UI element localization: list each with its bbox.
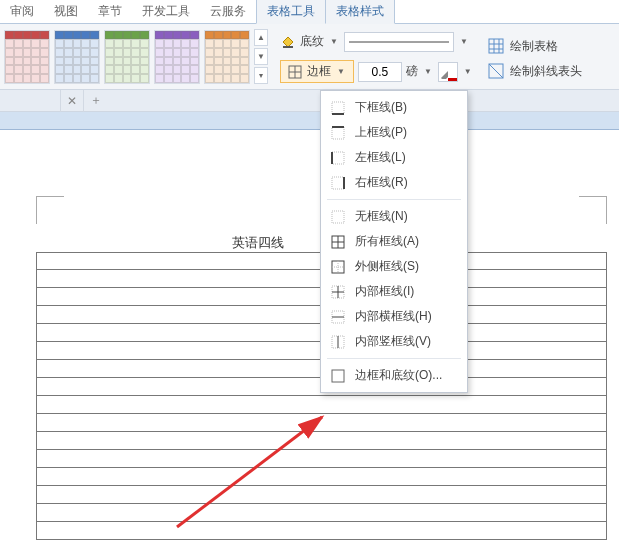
table-row[interactable] bbox=[36, 504, 607, 522]
pen-color-swatch bbox=[448, 78, 457, 81]
draw-table-icon bbox=[488, 38, 504, 54]
gallery-scroll-down[interactable]: ▼ bbox=[254, 48, 268, 65]
svg-rect-15 bbox=[332, 127, 344, 139]
line-weight-dropdown[interactable]: ▼ bbox=[422, 67, 434, 76]
style-swatch-purple[interactable] bbox=[154, 30, 200, 84]
tab-cloud[interactable]: 云服务 bbox=[200, 0, 256, 23]
draw-table-button[interactable]: 绘制表格 bbox=[488, 38, 582, 55]
menu-separator bbox=[327, 199, 461, 200]
line-style-dropdown[interactable]: ▼ bbox=[458, 37, 470, 46]
table-row[interactable] bbox=[36, 522, 607, 540]
border-top-item[interactable]: 上框线(P) bbox=[321, 120, 467, 145]
table-row[interactable] bbox=[36, 450, 607, 468]
style-swatch-red[interactable] bbox=[4, 30, 50, 84]
border-bottom-item[interactable]: 下框线(B) bbox=[321, 95, 467, 120]
diagonal-header-icon bbox=[488, 63, 504, 79]
table-row[interactable] bbox=[36, 486, 607, 504]
ribbon: ▲ ▼ ▾ 底纹 ▼ ▼ 边框 ▼ 0.5 bbox=[0, 24, 619, 90]
svg-rect-5 bbox=[489, 39, 503, 53]
document-area: 英语四线 bbox=[0, 130, 619, 540]
page-corner-right bbox=[579, 196, 607, 224]
pen-color-dropdown[interactable]: ▼ bbox=[462, 67, 474, 76]
draw-diagonal-header-button[interactable]: 绘制斜线表头 bbox=[488, 63, 582, 80]
border-and-shading-item[interactable]: 边框和底纹(O)... bbox=[321, 363, 467, 388]
tab-chapter[interactable]: 章节 bbox=[88, 0, 132, 23]
border-none-item[interactable]: 无框线(N) bbox=[321, 204, 467, 229]
tab-review[interactable]: 审阅 bbox=[0, 0, 44, 23]
line-weight-selector[interactable]: 0.5 bbox=[358, 62, 402, 82]
tab-view[interactable]: 视图 bbox=[44, 0, 88, 23]
table-row[interactable] bbox=[36, 468, 607, 486]
border-right-item[interactable]: 右框线(R) bbox=[321, 170, 467, 195]
page-corner-left bbox=[36, 196, 64, 224]
new-tab-button[interactable]: ＋ bbox=[84, 90, 108, 112]
shading-dropdown[interactable]: ▼ bbox=[328, 37, 340, 46]
tab-table-tools[interactable]: 表格工具 bbox=[256, 0, 326, 24]
table-row[interactable] bbox=[36, 432, 607, 450]
table-row[interactable] bbox=[36, 396, 607, 414]
close-tab-button[interactable]: ✕ bbox=[60, 90, 84, 112]
document-title: 英语四线 bbox=[232, 234, 284, 252]
weight-unit: 磅 bbox=[406, 63, 418, 80]
table-style-gallery: ▲ ▼ ▾ bbox=[4, 29, 268, 84]
shading-label: 底纹 bbox=[300, 33, 324, 50]
gallery-scroll-up[interactable]: ▲ bbox=[254, 29, 268, 46]
draw-group: 绘制表格 绘制斜线表头 bbox=[488, 34, 582, 80]
line-style-selector[interactable] bbox=[344, 32, 454, 52]
style-swatch-blue[interactable] bbox=[54, 30, 100, 84]
border-inside-item[interactable]: 内部框线(I) bbox=[321, 279, 467, 304]
tab-table-style[interactable]: 表格样式 bbox=[326, 0, 395, 24]
svg-rect-17 bbox=[332, 152, 344, 164]
svg-rect-19 bbox=[332, 177, 344, 189]
border-all-item[interactable]: 所有框线(A) bbox=[321, 229, 467, 254]
gallery-scroll: ▲ ▼ ▾ bbox=[254, 29, 268, 84]
menu-tabs: 审阅 视图 章节 开发工具 云服务 表格工具 表格样式 bbox=[0, 0, 619, 24]
svg-rect-0 bbox=[283, 46, 293, 48]
border-left-item[interactable]: 左框线(L) bbox=[321, 145, 467, 170]
border-inside-h-item[interactable]: 内部横框线(H) bbox=[321, 304, 467, 329]
pen-color-button[interactable] bbox=[438, 62, 458, 82]
svg-line-11 bbox=[489, 64, 503, 78]
style-swatch-green[interactable] bbox=[104, 30, 150, 84]
gallery-expand[interactable]: ▾ bbox=[254, 67, 268, 84]
svg-rect-35 bbox=[332, 370, 344, 382]
chevron-down-icon: ▼ bbox=[335, 67, 347, 76]
document-tabstrip: ✕ ＋ bbox=[0, 90, 619, 112]
border-button[interactable]: 边框 ▼ bbox=[280, 60, 354, 83]
border-inside-v-item[interactable]: 内部竖框线(V) bbox=[321, 329, 467, 354]
tab-dev[interactable]: 开发工具 bbox=[132, 0, 200, 23]
menu-separator bbox=[327, 358, 461, 359]
border-grid-icon bbox=[287, 64, 303, 80]
paint-bucket-icon bbox=[280, 34, 296, 50]
style-swatch-orange[interactable] bbox=[204, 30, 250, 84]
border-dropdown-menu: 下框线(B) 上框线(P) 左框线(L) 右框线(R) 无框线(N) 所有框线(… bbox=[320, 90, 468, 393]
table-row[interactable] bbox=[36, 414, 607, 432]
ruler-bar bbox=[0, 112, 619, 130]
border-controls: 底纹 ▼ ▼ 边框 ▼ 0.5 磅 ▼ ▼ bbox=[280, 30, 474, 84]
svg-rect-21 bbox=[332, 211, 344, 223]
border-outside-item[interactable]: 外侧框线(S) bbox=[321, 254, 467, 279]
svg-rect-13 bbox=[332, 102, 344, 114]
